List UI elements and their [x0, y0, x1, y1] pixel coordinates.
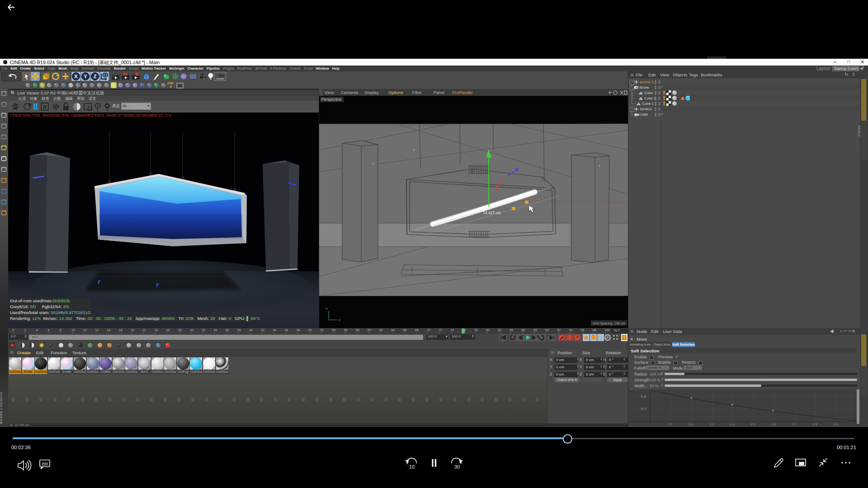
svg-text:0.8: 0.8: [813, 423, 817, 426]
svg-text:( ): ( ): [598, 335, 602, 340]
svg-text:0.6: 0.6: [771, 423, 776, 426]
svg-text:0.5: 0.5: [751, 423, 755, 426]
svg-text:30: 30: [454, 464, 460, 469]
svg-text:0.9: 0.9: [833, 423, 838, 426]
svg-text:Y: Y: [326, 307, 328, 311]
svg-text:10: 10: [409, 464, 415, 469]
svg-text:Z: Z: [94, 74, 97, 79]
svg-text:0.4: 0.4: [641, 407, 646, 411]
svg-text:Grid Spacing 100 cm: Grid Spacing 100 cm: [593, 321, 625, 325]
svg-text:P: P: [606, 336, 609, 340]
svg-text:74.427 cm: 74.427 cm: [483, 211, 501, 215]
svg-text:0.3: 0.3: [709, 423, 714, 426]
svg-text:Y: Y: [84, 74, 87, 79]
svg-text:R: R: [43, 104, 47, 110]
svg-text:X: X: [74, 74, 78, 79]
svg-text:0.1: 0.1: [668, 423, 673, 426]
svg-text:0.2: 0.2: [689, 423, 693, 426]
svg-text:0.7: 0.7: [792, 423, 797, 426]
svg-text:0.8: 0.8: [641, 394, 646, 399]
svg-text:?: ?: [576, 335, 579, 340]
svg-text:X: X: [338, 318, 341, 322]
svg-text:( ): ( ): [568, 335, 572, 340]
svg-text:0.4: 0.4: [730, 423, 735, 426]
